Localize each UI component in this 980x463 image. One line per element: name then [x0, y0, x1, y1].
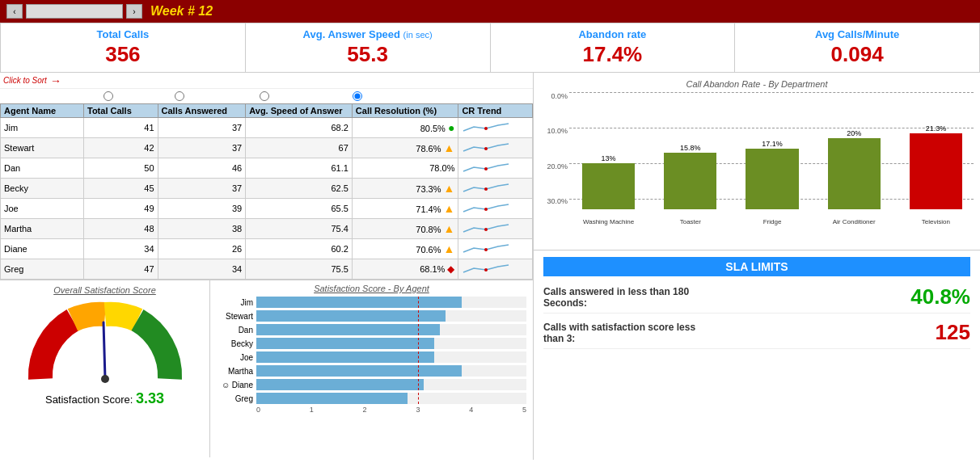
kpi-abandon-rate: Abandon rate 17.4%: [491, 23, 736, 72]
cell-trend: [458, 158, 533, 179]
cell-trend: [458, 118, 533, 138]
sla-row1-value: 40.8%: [910, 284, 970, 309]
sat-bar-row: ☺ Diane: [217, 379, 526, 390]
cell-avg-speed: 75.5: [246, 259, 353, 280]
svg-point-9: [101, 375, 109, 383]
next-button[interactable]: ›: [126, 4, 142, 19]
trend-sparkline: [462, 220, 510, 236]
sat-agent-label: Martha: [217, 367, 253, 376]
sat-bar-row: Stewart: [217, 310, 526, 322]
sla-row-2: Calls with satisfaction score less than …: [543, 320, 970, 349]
col-agent-name: Agent Name: [1, 104, 84, 118]
abandon-bar: [910, 133, 962, 209]
sat-bar: [256, 310, 446, 322]
abandon-chart-area: 30.0% 20.0% 10.0% 0.0% 13% 15.8% 17.1% 2…: [540, 92, 974, 225]
abandon-bar: [582, 163, 635, 209]
target-line: [418, 379, 526, 390]
sla-row2-value: 125: [936, 320, 970, 345]
table-row: Stewart 42 37 67 78.6% ▲: [1, 138, 533, 158]
cell-avg-speed: 67: [246, 138, 353, 158]
cell-answered: 38: [158, 219, 246, 239]
gauge-chart: [24, 298, 186, 387]
sort-arrow-icon: →: [50, 74, 61, 87]
kpi-avg-answer-speed: Avg. Answer Speed (in sec) 55.3: [246, 23, 491, 72]
svg-point-2: [484, 167, 488, 170]
table-row: Joe 49 39 65.5 71.4% ▲: [1, 199, 533, 219]
cell-answered: 37: [158, 138, 246, 158]
col-total-calls: Total Calls: [83, 104, 158, 118]
cell-answered: 39: [158, 199, 246, 219]
kpi-total-calls-label: Total Calls: [4, 28, 242, 40]
abandon-bar-col: 20%: [817, 129, 892, 209]
trend-sparkline: [462, 159, 510, 175]
sla-row2-desc: Calls with satisfaction score less than …: [543, 322, 705, 344]
cell-avg-speed: 68.2: [246, 118, 353, 138]
abandon-bar-col: 21.3%: [898, 124, 974, 209]
cell-total: 42: [83, 138, 158, 158]
cell-cr-pct: 70.6% ▲: [352, 239, 458, 259]
svg-line-8: [103, 322, 105, 379]
svg-point-3: [484, 187, 488, 191]
sort-bar: Click to Sort →: [0, 73, 533, 89]
sat-bar: [256, 351, 434, 363]
abandon-bar-col: 13%: [571, 154, 646, 209]
cell-agent-name: Jim: [1, 118, 84, 138]
cell-avg-speed: 75.4: [246, 219, 353, 239]
abandon-section: Call Abandon Rate - By Department 30.0% …: [534, 73, 980, 250]
cell-trend: [458, 219, 533, 239]
abandon-bar-val: 20%: [847, 129, 861, 137]
svg-point-0: [484, 127, 488, 130]
radio-cr-pct[interactable]: [353, 91, 362, 101]
cell-agent-name: Diane: [1, 239, 84, 259]
abandon-bar-col: 15.8%: [653, 144, 728, 209]
status-green-icon: ●: [448, 121, 454, 134]
sat-bar-row: Jim: [217, 297, 526, 308]
sat-bar-wrap: [256, 338, 526, 349]
trend-sparkline: [462, 260, 510, 276]
sat-bar-wrap: [256, 297, 526, 308]
satisfaction-bars: Jim Stewart Dan Becky Joe Martha: [217, 297, 526, 404]
status-orange-icon: ▲: [444, 242, 455, 255]
cell-cr-pct: 78.6% ▲: [352, 138, 458, 158]
cell-answered: 26: [158, 239, 246, 259]
sat-agent-label: Greg: [217, 394, 253, 403]
sat-bar-row: Becky: [217, 338, 526, 349]
sat-bar: [256, 324, 440, 335]
col-cr-pct: Call Resolution (%): [352, 104, 458, 118]
cell-answered: 46: [158, 158, 246, 179]
abandon-x-labels: Washing MachineToasterFridgeAir Conditio…: [540, 218, 974, 225]
sat-bar-wrap: [256, 310, 526, 322]
sla-row-1: Calls answered in less than 180 Seconds:…: [543, 284, 970, 314]
target-line: [418, 393, 526, 404]
sort-label: Click to Sort: [3, 76, 47, 85]
prev-button[interactable]: ‹: [6, 4, 23, 19]
radio-row: [0, 89, 533, 103]
abandon-bar-label: Fridge: [734, 218, 809, 225]
cell-agent-name: Dan: [1, 158, 84, 179]
cell-agent-name: Greg: [1, 259, 84, 280]
header: ‹ › Week # 12: [0, 0, 980, 23]
abandon-bar-val: 15.8%: [680, 144, 701, 152]
kpi-avg-calls-min: Avg Calls/Minute 0.094: [735, 23, 979, 72]
radio-total-calls[interactable]: [103, 91, 113, 101]
status-red-icon: ◆: [447, 263, 454, 275]
radio-avg-speed[interactable]: [260, 91, 269, 101]
sat-bar-wrap: [256, 324, 526, 335]
cell-agent-name: Martha: [1, 219, 84, 239]
radio-calls-answered[interactable]: [175, 91, 184, 101]
main-content: Click to Sort → Agent Name Total Calls C…: [0, 73, 980, 460]
svg-point-7: [484, 268, 488, 271]
table-row: Dan 50 46 61.1 78.0%: [1, 158, 533, 179]
abandon-bar-val: 13%: [602, 154, 616, 162]
cell-agent-name: Stewart: [1, 138, 84, 158]
abandon-bar-label: Toaster: [653, 218, 728, 225]
cell-cr-pct: 73.3% ▲: [352, 179, 458, 199]
gauge-title: Overall Satisfaction Score: [53, 285, 156, 295]
status-orange-icon: ▲: [444, 222, 455, 235]
kpi-total-calls-value: 356: [4, 42, 242, 67]
kpi-avg-calls-label: Avg Calls/Minute: [738, 28, 976, 40]
x-axis: 0 1 2 3 4 5: [217, 404, 526, 414]
cell-total: 48: [83, 219, 158, 239]
cell-avg-speed: 62.5: [246, 179, 353, 199]
cell-cr-pct: 78.0%: [352, 158, 458, 179]
